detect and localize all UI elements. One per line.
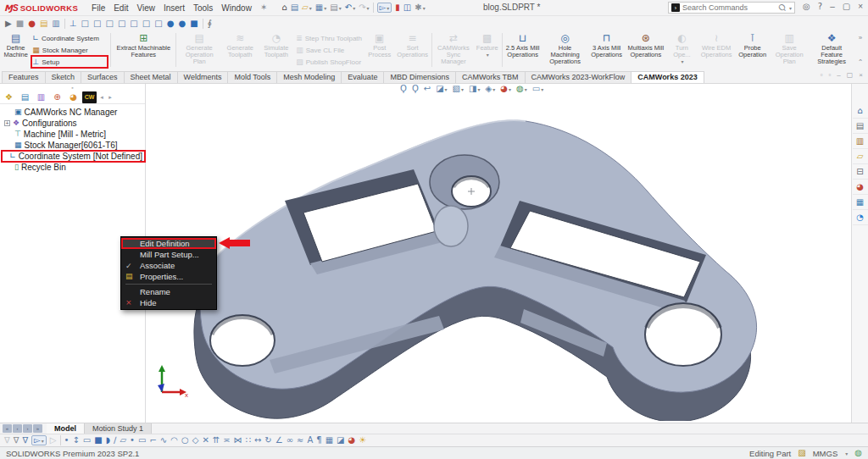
units-caret-icon[interactable]: ▾ <box>845 451 848 456</box>
search-caret-icon[interactable]: ▾ <box>789 5 792 11</box>
dropdown-caret-icon[interactable]: ▾ <box>487 52 489 58</box>
sketch-line-button[interactable]: ∕ <box>114 436 116 445</box>
measure-tool-button[interactable]: ∠ <box>275 436 283 445</box>
camworks-sync-manager-button[interactable]: ⇄CAMWorks Sync Manager <box>433 31 474 69</box>
menu-file[interactable]: File <box>87 3 109 13</box>
dropdown-caret-icon[interactable]: ▾ <box>681 58 683 65</box>
tab-camworks-tbm[interactable]: CAMWorks TBM <box>455 71 526 83</box>
doc-pane-icon[interactable]: ▫ <box>821 71 823 79</box>
dropdown-caret-icon[interactable]: ▾ <box>324 5 326 11</box>
multiaxis-mill-operations-button[interactable]: ⊛Multiaxis Mill Operations <box>626 31 666 69</box>
stock-manager-button[interactable]: ▦Stock Manager <box>32 45 107 55</box>
taskpane-appearances-button[interactable]: ◕ <box>853 180 868 195</box>
taskpane-view-palette-button[interactable]: ⊟ <box>853 165 868 180</box>
solid-sphere-1-button[interactable]: ● <box>167 19 175 28</box>
extract-machinable-features-button[interactable]: ⊞Extract Machinable Features <box>112 31 175 69</box>
ribbon-collapse-icon[interactable]: ⌃ <box>858 58 864 66</box>
tree-item-coordinate-system-not-defined[interactable]: ∟Coordinate System [Not Defined] <box>2 151 145 162</box>
minimize-button[interactable]: – <box>830 2 835 11</box>
panel-tab-property-manager[interactable]: ▤ <box>18 91 32 103</box>
default-feature-strategies-button[interactable]: ❖Default Feature Strategies <box>809 31 854 69</box>
select-arrow-button[interactable]: ▻▾ <box>31 435 47 445</box>
select-tool-button[interactable]: ▻▾ <box>377 3 392 13</box>
solid-cube-button[interactable]: ■ <box>190 19 198 28</box>
search-box[interactable]: › Ϙ ▾ <box>668 2 795 14</box>
menu-view[interactable]: View <box>132 3 159 13</box>
reference-plane-button[interactable]: ▱ <box>120 436 126 445</box>
model-nav-prev-icon[interactable]: ‹ <box>13 424 22 433</box>
wire-edm-operations-button[interactable]: ≀Wire EDM Operations <box>698 31 735 69</box>
units-selector[interactable]: MMGS <box>813 449 838 458</box>
simulate-toolpath-button[interactable]: ◔Simulate Toolpath <box>259 31 293 69</box>
dropdown-caret-icon[interactable]: ▾ <box>339 5 342 11</box>
generate-toolpath-button[interactable]: ≋Generate Toolpath <box>221 31 259 69</box>
display-relations-button[interactable]: ∞ <box>287 436 293 445</box>
restore-button[interactable]: ▢ <box>843 2 850 11</box>
point-tool-button[interactable]: • <box>130 436 135 445</box>
doc-minimize-icon[interactable]: – <box>837 71 840 79</box>
doc-pane2-icon[interactable]: ▫ <box>828 71 831 79</box>
solid-sphere-2-button[interactable]: ● <box>178 19 186 28</box>
print-button[interactable]: ▤▾ <box>330 3 341 12</box>
menu-edit[interactable]: Edit <box>109 3 132 13</box>
redo-button[interactable]: ↷▾ <box>359 3 369 12</box>
tree-item-machine-mill-metric[interactable]: ⊤Machine [Mill - Metric] <box>2 129 145 140</box>
panel-tab-feature-tree[interactable]: ❖ <box>2 91 16 103</box>
hole-machining-operations-button[interactable]: ◎Hole Machining Operations <box>542 31 588 69</box>
text-tool-button[interactable]: A <box>307 436 313 445</box>
filter-button[interactable]: ∇ <box>14 436 19 445</box>
mirror-entities-button[interactable]: ⋈ <box>234 436 242 445</box>
stock-box-7-button[interactable]: □ <box>154 19 162 28</box>
stock-box-2-button[interactable]: □ <box>93 19 101 28</box>
filter-off-button[interactable]: ∇ <box>4 436 10 445</box>
ribbon-overflow-icon[interactable]: » <box>859 34 862 41</box>
convert-entities-button[interactable]: ⇈ <box>213 436 220 445</box>
search-icon[interactable]: Ϙ <box>777 3 788 14</box>
taskpane-custom-properties-button[interactable]: ▦ <box>853 196 868 210</box>
dropdown-caret-icon[interactable]: ▾ <box>309 5 312 11</box>
model-tab-model[interactable]: Model <box>47 423 85 434</box>
sketch-point-button[interactable]: • <box>64 436 70 445</box>
generate-operation-plan-button[interactable]: ▤Generate Operation Plan <box>177 31 221 69</box>
menu-item-rename[interactable]: Rename <box>121 286 216 297</box>
tab-surfaces[interactable]: Surfaces <box>81 71 125 83</box>
note-tool-button[interactable]: ¶ <box>316 436 321 445</box>
attach-button[interactable]: ∮ <box>208 19 212 28</box>
dropdown-caret-icon[interactable]: ▾ <box>353 5 355 11</box>
circle-tool-button[interactable]: ○ <box>181 436 189 445</box>
new-doc-button[interactable]: ▤ <box>291 3 298 12</box>
tab-features[interactable]: Features <box>2 71 46 83</box>
taskpane-camworks-taskpane-button[interactable]: ◔ <box>853 211 868 225</box>
graphics-viewport[interactable]: ϘϘ↩◪▾▧▾◨▾◈▾◕▾◍▾▭▾ <box>146 84 851 423</box>
close-button[interactable]: × <box>858 2 863 11</box>
traffic-light-button[interactable]: ▮ <box>395 3 400 12</box>
offset-entities-button[interactable]: ≍ <box>223 436 230 445</box>
taskpane-file-explorer-button[interactable]: ▱ <box>853 150 868 164</box>
contour-button[interactable]: ⌐ <box>149 436 156 445</box>
menu-window[interactable]: Window <box>217 3 256 13</box>
home-qt-button[interactable]: ⌂ <box>281 3 287 12</box>
arc-button[interactable]: ◠ <box>170 436 178 445</box>
menu-item-mill-part-setup[interactable]: Mill Part Setup... <box>121 249 216 260</box>
tab-sheet-metal[interactable]: Sheet Metal <box>124 71 178 83</box>
panel-tab-display-manager[interactable]: ◕ <box>66 91 81 103</box>
lights-tool-button[interactable]: ☀ <box>359 436 366 445</box>
polygon-tool-button[interactable]: ◇ <box>192 436 199 445</box>
sort-operations-button[interactable]: ≡Sort Operations <box>394 31 431 69</box>
menu-insert[interactable]: Insert <box>159 3 189 13</box>
publish-shopfloor-button[interactable]: ▨Publish ShopFloor <box>296 57 362 67</box>
tree-item-recycle-bin[interactable]: ▯Recycle Bin <box>2 162 145 173</box>
section-tool-button[interactable]: ◪ <box>337 436 344 445</box>
2-5-axis-mill-operations-button[interactable]: ⊔2.5 Axis Mill Operations <box>504 31 542 69</box>
panel-tab-camworks-tab[interactable]: CW <box>82 91 97 103</box>
dropdown-caret-icon[interactable]: ▾ <box>423 5 426 11</box>
trim-entities-button[interactable]: ✕ <box>202 436 209 445</box>
spline-button[interactable]: ∿ <box>160 436 167 445</box>
play-button[interactable]: ▶ <box>5 19 12 28</box>
new-macro-button[interactable]: ▤ <box>40 19 47 28</box>
tab-evaluate[interactable]: Evaluate <box>341 71 384 83</box>
tab-mesh-modeling[interactable]: Mesh Modeling <box>276 71 342 83</box>
tree-item-stock-manager-6061-t6[interactable]: ▦Stock Manager[6061-T6] <box>2 140 145 151</box>
doc-close-icon[interactable]: × <box>859 71 863 79</box>
menu-item-hide[interactable]: ×Hide <box>121 297 216 308</box>
